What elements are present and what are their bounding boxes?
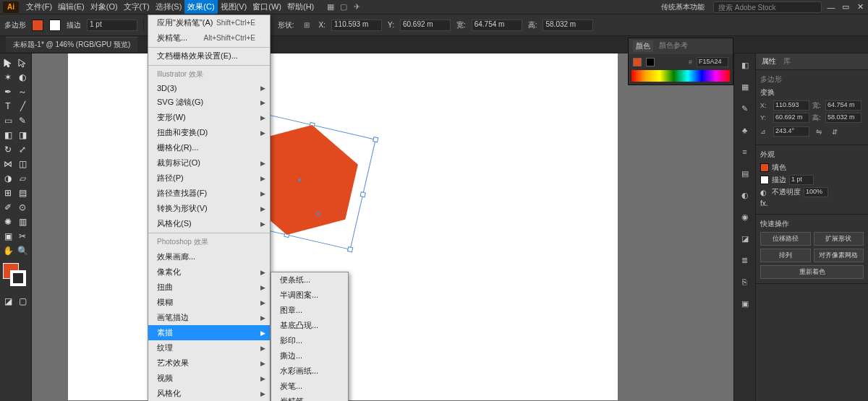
canvas[interactable] xyxy=(32,53,733,401)
workspace-switcher[interactable]: 传统基本功能 xyxy=(657,2,709,12)
menu-row[interactable]: 转换为形状(V)▶ xyxy=(148,201,270,216)
rotate-tool[interactable]: ↻ xyxy=(1,143,14,156)
tab-properties[interactable]: 属性 xyxy=(762,56,776,66)
width-tool[interactable]: ⋈ xyxy=(1,158,14,171)
eyedropper-tool[interactable]: ✐ xyxy=(1,201,14,214)
search-input[interactable]: 搜索 Adobe Stock xyxy=(713,1,822,13)
color-stroke-swatch[interactable] xyxy=(646,58,655,66)
prop-w-input[interactable]: 64.754 m xyxy=(825,100,861,111)
menu-row[interactable]: 便条纸... xyxy=(271,272,348,288)
panel-stroke-swatch[interactable] xyxy=(760,176,769,184)
tab-color-guide[interactable]: 颜色参考 xyxy=(659,40,688,52)
maximize-icon[interactable]: ▭ xyxy=(841,2,851,12)
recolor-button[interactable]: 重新着色 xyxy=(760,265,864,279)
color-spectrum[interactable] xyxy=(631,70,730,82)
close-icon[interactable]: ✕ xyxy=(855,2,865,12)
direct-selection-tool[interactable] xyxy=(16,56,29,69)
strip-swatches-icon[interactable]: ▦ xyxy=(738,79,752,94)
strip-color-icon[interactable]: ◧ xyxy=(738,58,752,72)
rectangle-tool[interactable]: ▭ xyxy=(1,114,14,127)
transform-icon[interactable]: ⊞ xyxy=(300,19,313,32)
strip-appearance-icon[interactable]: ◉ xyxy=(738,210,752,224)
menu-row[interactable]: 炭精笔...Alt+Shift+Ctrl+E xyxy=(148,30,270,46)
draw-mode-tool[interactable]: ◪ xyxy=(1,295,14,308)
fill-swatch[interactable] xyxy=(32,20,43,31)
stroke-color-icon[interactable] xyxy=(10,270,26,286)
strip-symbols-icon[interactable]: ♣ xyxy=(738,123,752,137)
align-pixel-button[interactable]: 对齐像素网格 xyxy=(814,249,864,262)
arrange-button[interactable]: 排列 xyxy=(760,249,811,262)
gradient-tool[interactable]: ▤ xyxy=(16,186,29,199)
stroke-swatch[interactable] xyxy=(49,20,61,31)
panel-fill-swatch[interactable] xyxy=(760,163,769,172)
menu-row[interactable]: 应用"炭精笔"(A)Shift+Ctrl+E xyxy=(148,15,270,30)
type-tool[interactable]: T xyxy=(1,100,14,113)
eraser-tool[interactable]: ◨ xyxy=(16,129,29,142)
menu-row[interactable]: 半调图案... xyxy=(271,288,348,303)
prop-x-input[interactable]: 110.593 xyxy=(773,100,809,111)
menu-row[interactable]: Illustrator 效果 xyxy=(148,65,270,82)
hex-input[interactable]: F15A24 xyxy=(697,57,728,67)
menu-row[interactable]: 艺术效果▶ xyxy=(148,355,270,371)
panel-opacity-input[interactable]: 100% xyxy=(804,187,828,197)
fill-stroke-control[interactable] xyxy=(3,263,28,289)
flip-h-icon[interactable]: ⇋ xyxy=(812,125,825,138)
menu-row[interactable]: 基底凸现... xyxy=(271,318,348,333)
stroke-weight-input[interactable]: 1 pt xyxy=(87,20,137,31)
menu-object[interactable]: 对象(O) xyxy=(88,0,121,14)
slice-tool[interactable]: ✂ xyxy=(16,230,29,243)
panel-stroke-input[interactable]: 1 pt xyxy=(789,175,814,185)
bridge-icon[interactable]: ▦ xyxy=(324,1,337,14)
menu-row[interactable]: 撕边... xyxy=(271,348,348,363)
menu-row[interactable]: 像素化▶ xyxy=(148,264,270,280)
menu-window[interactable]: 窗口(W) xyxy=(250,0,284,14)
shape-builder-tool[interactable]: ◑ xyxy=(1,172,14,185)
menu-help[interactable]: 帮助(H) xyxy=(284,0,317,14)
menu-row[interactable]: 路径(P)▶ xyxy=(148,171,270,186)
strip-graphic-styles-icon[interactable]: ◪ xyxy=(738,231,752,246)
menu-row[interactable]: 栅格化(R)... xyxy=(148,140,270,155)
strip-artboards-icon[interactable]: ▣ xyxy=(738,296,752,311)
expand-shape-button[interactable]: 扩展形状 xyxy=(814,232,864,246)
scale-tool[interactable]: ⤢ xyxy=(16,143,29,156)
menu-row[interactable]: Photoshop 效果 xyxy=(148,233,270,249)
flip-v-icon[interactable]: ⇵ xyxy=(828,125,841,138)
menu-row[interactable]: 纹理▶ xyxy=(148,340,270,355)
document-tab[interactable]: 未标题-1* @ 146% (RGB/GPU 预览) xyxy=(6,37,137,52)
lasso-tool[interactable]: ◐ xyxy=(16,71,29,84)
prop-y-input[interactable]: 60.692 m xyxy=(773,113,809,123)
color-fill-swatch[interactable] xyxy=(633,58,642,66)
menu-effect[interactable]: 效果(C) xyxy=(184,0,217,14)
gpu-icon[interactable]: ✈ xyxy=(350,1,363,14)
mesh-tool[interactable]: ⊞ xyxy=(1,186,14,199)
tab-color[interactable]: 颜色 xyxy=(633,40,653,52)
line-tool[interactable]: ╱ xyxy=(16,100,29,113)
magic-wand-tool[interactable]: ✶ xyxy=(1,71,14,84)
zoom-tool[interactable]: 🔍 xyxy=(16,244,29,257)
menu-row[interactable]: 效果画廊... xyxy=(148,249,270,264)
h-input[interactable]: 58.032 m xyxy=(542,20,593,31)
menu-type[interactable]: 文字(T) xyxy=(121,0,153,14)
paintbrush-tool[interactable]: ✎ xyxy=(16,114,29,127)
menu-row[interactable]: 炭笔... xyxy=(271,379,348,394)
menu-row[interactable]: 画笔描边▶ xyxy=(148,310,270,325)
menu-row[interactable]: 模糊▶ xyxy=(148,295,270,310)
free-transform-tool[interactable]: ◫ xyxy=(16,158,29,171)
menu-row[interactable]: SVG 滤镜(G)▶ xyxy=(148,95,270,110)
x-input[interactable]: 110.593 m xyxy=(331,20,382,31)
menu-row[interactable]: 变形(W)▶ xyxy=(148,110,270,125)
menu-row[interactable]: 水彩画纸... xyxy=(271,363,348,379)
menu-row[interactable]: 文档栅格效果设置(E)... xyxy=(148,47,270,64)
arrange-icon[interactable]: ▢ xyxy=(337,1,350,14)
menu-row[interactable]: 路径查找器(F)▶ xyxy=(148,186,270,201)
blend-tool[interactable]: ⊙ xyxy=(16,201,29,214)
hand-tool[interactable]: ✋ xyxy=(1,244,14,257)
menu-row[interactable]: 素描▶ xyxy=(148,325,270,340)
minimize-icon[interactable]: ― xyxy=(826,2,836,12)
strip-asset-icon[interactable]: ⎘ xyxy=(738,275,752,289)
menu-row[interactable]: 炭精笔... xyxy=(271,394,348,401)
menu-row[interactable]: 裁剪标记(O)▶ xyxy=(148,155,270,171)
fx-label[interactable]: fx. xyxy=(760,199,768,207)
prop-h-input[interactable]: 58.032 m xyxy=(825,113,861,123)
graph-tool[interactable]: ▥ xyxy=(16,215,29,228)
